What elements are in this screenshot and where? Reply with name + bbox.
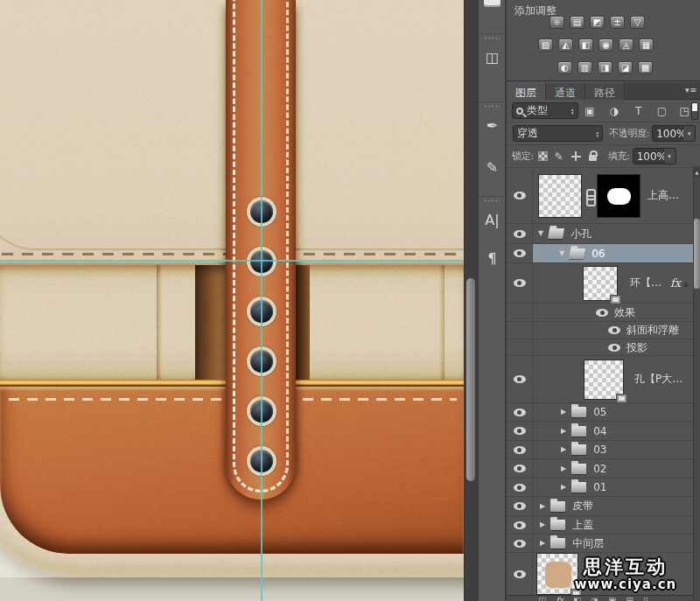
filter-adjustment-layers-icon[interactable]: ◑ [607,105,620,117]
collapse-triangle-icon[interactable]: ▼ [559,250,564,257]
collapsed-panel-icon[interactable] [484,0,500,7]
canvas-scrollbar-thumb[interactable] [466,278,475,481]
visibility-cell[interactable] [507,403,533,421]
layer-thumbnail[interactable] [583,266,618,301]
horizontal-guide[interactable] [0,260,464,262]
group-row-03[interactable]: ▶ 03 [507,441,700,459]
layer-mask-thumbnail[interactable] [597,174,640,218]
visibility-cell[interactable] [507,263,533,303]
group-name[interactable]: 02 [593,463,606,475]
visibility-cell[interactable] [507,497,533,515]
eye-icon[interactable] [514,427,526,435]
expand-triangle-icon[interactable]: ▶ [561,465,566,472]
layer-row-highlight-mask[interactable]: 上高… [507,168,700,224]
visibility-cell[interactable] [507,224,533,243]
eye-icon[interactable] [514,279,526,287]
brightness-contrast-icon[interactable]: ☼ [550,16,564,29]
channel-mixer-icon[interactable]: ◬ [619,38,634,52]
layer-thumbnail[interactable] [538,174,582,218]
visibility-cell[interactable] [507,535,533,552]
group-name[interactable]: 小孔 [570,227,592,241]
group-name[interactable]: 04 [593,425,606,437]
collapse-triangle-icon[interactable]: ▼ [538,230,543,237]
posterize-icon[interactable]: ▥ [578,61,592,74]
selective-color-icon[interactable]: ▩ [638,61,653,74]
panel-menu-icon[interactable]: ▾≡ [685,86,697,94]
visibility-cell[interactable] [507,168,533,223]
group-name[interactable]: 皮带 [572,499,593,514]
expand-triangle-icon[interactable]: ▶ [561,484,566,491]
visibility-cell[interactable] [507,422,533,440]
group-name[interactable]: 06 [592,248,605,260]
effect-row-bevel-emboss[interactable]: 斜面和浮雕 [507,322,700,339]
black-white-icon[interactable]: ◧ [578,38,593,52]
group-name[interactable]: 05 [593,406,606,418]
document-canvas[interactable] [0,0,464,601]
filter-type-layers-icon[interactable]: T [632,105,645,117]
vibrance-icon[interactable]: ▽ [630,16,645,29]
new-group-icon[interactable]: ▣ [608,596,616,601]
visibility-cell[interactable] [507,553,533,595]
mask-link-icon[interactable] [585,189,593,203]
color-balance-icon[interactable]: ◭ [558,38,573,52]
dock-grip[interactable] [485,199,500,202]
layer-name[interactable]: 环【… [630,276,662,290]
character-panel-icon[interactable]: A| [479,213,506,227]
canvas-vertical-scrollbar[interactable] [464,0,477,601]
group-name[interactable]: 上盖 [572,518,593,533]
layer-style-icon[interactable]: fx [556,596,563,601]
expand-triangle-icon[interactable]: ▶ [540,521,545,528]
layer-row-ring[interactable]: 环【… fx ▲ [507,263,700,304]
delete-layer-icon[interactable]: ▯ [643,596,648,601]
layer-name[interactable]: 上高… [648,188,679,203]
filter-smart-objects-icon[interactable]: ◳ [678,105,691,117]
effect-name[interactable]: 斜面和浮雕 [626,323,679,338]
group-row-middle-layer[interactable]: ▶ 中间层 [507,535,700,553]
expand-triangle-icon[interactable]: ▶ [561,409,566,416]
exposure-icon[interactable]: ± [610,16,625,29]
group-row-04[interactable]: ▶ 04 [507,422,700,441]
effect-name[interactable]: 投影 [626,340,648,355]
layer-name[interactable]: 孔【P大… [634,372,682,387]
effect-row-drop-shadow[interactable]: 投影 [507,339,700,356]
effects-label[interactable]: 效果 [614,305,635,320]
blend-mode-dropdown[interactable]: 穿透 [513,125,603,142]
eye-icon[interactable] [514,192,526,199]
visibility-cell[interactable] [507,516,533,534]
tool-presets-panel-icon[interactable]: ✒ [479,119,506,133]
group-row-02[interactable]: ▶ 02 [507,459,700,479]
eye-icon[interactable] [608,344,620,352]
filter-shape-layers-icon[interactable]: ▢ [655,105,668,117]
group-row-01[interactable]: ▶ 01 [507,479,700,497]
visibility-cell[interactable] [507,459,533,478]
tab-layers[interactable]: 图层 [507,82,546,100]
brush-panel-icon[interactable]: ✎ [479,161,506,175]
visibility-cell[interactable] [507,441,533,458]
layer-thumbnail[interactable] [584,360,624,400]
fill-value-field[interactable]: 100% [633,148,664,164]
clone-source-panel-icon[interactable]: ◫ [479,51,506,65]
group-row-xiaokong[interactable]: ▼ 小孔 [507,224,700,244]
add-mask-icon[interactable]: ◧ [573,596,581,601]
eye-icon[interactable] [514,230,526,238]
filter-switch-toggle[interactable] [691,102,698,120]
eye-icon[interactable] [514,502,526,510]
group-name[interactable]: 中间层 [572,536,604,551]
layers-scrollbar-thumb[interactable] [694,219,700,289]
group-row-06-selected[interactable]: ▼ 06 [507,244,700,263]
layers-bottom-toolbar[interactable]: ◫ fx ◧ ◑ ▣ ⊞ ▯ [507,595,700,601]
new-adjustment-icon[interactable]: ◑ [591,596,598,601]
expand-triangle-icon[interactable]: ▶ [561,446,566,453]
link-layers-icon[interactable]: ◫ [538,596,546,601]
visibility-cell[interactable] [507,356,533,402]
eye-icon[interactable] [514,249,526,257]
vertical-guide[interactable] [261,0,262,601]
color-lookup-icon[interactable]: ▦ [639,38,654,52]
hue-saturation-icon[interactable]: ▧ [538,38,553,52]
eye-icon[interactable] [608,326,620,334]
effects-header-row[interactable]: 效果 [507,304,700,322]
group-row-05[interactable]: ▶ 05 [507,403,700,422]
eye-icon[interactable] [514,446,526,454]
dock-grip[interactable] [485,37,500,39]
fill-dropdown-arrow[interactable]: ▾ [664,148,676,164]
